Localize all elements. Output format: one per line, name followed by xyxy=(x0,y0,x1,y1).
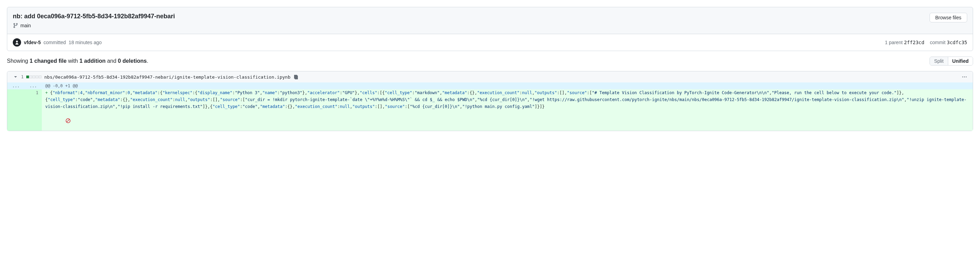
commit-box: nb: add 0eca096a-9712-5fb5-8d34-192b82af… xyxy=(7,7,973,51)
hunk-header-row: ... ... @@ -0,0 +1 @@ xyxy=(7,82,973,89)
stats-deletions: 0 deletions xyxy=(118,58,147,64)
unified-button[interactable]: Unified xyxy=(948,57,973,65)
file-change-count: 1 xyxy=(21,74,24,79)
diffstat-neutral-square xyxy=(32,76,35,78)
no-newline-icon xyxy=(42,110,973,131)
diffstat-neutral-square xyxy=(29,76,32,78)
copy-path-icon[interactable] xyxy=(293,74,299,80)
old-line-num[interactable] xyxy=(7,89,24,110)
file-box: 1 nbs/0eca096a-9712-5fb5-8d34-192b82af99… xyxy=(7,71,973,131)
stats-additions: 1 addition xyxy=(80,58,106,64)
commit-header-left: nb: add 0eca096a-9712-5fb5-8d34-192b82af… xyxy=(13,13,175,28)
diffstat-add-square xyxy=(26,76,29,78)
svg-point-1 xyxy=(964,77,965,77)
browse-files-button[interactable]: Browse files xyxy=(929,13,967,22)
hunk-header-text: @@ -0,0 +1 @@ xyxy=(42,82,973,89)
parent-label: 1 parent xyxy=(885,39,903,45)
code-cell: +{"nbformat":4,"nbformat_minor":0,"metad… xyxy=(42,89,973,110)
stats-and: and xyxy=(107,58,116,64)
stats-showing: Showing xyxy=(7,58,28,64)
add-marker: + xyxy=(45,89,50,96)
commit-sha: 3cdfc35 xyxy=(947,39,967,45)
committed-label: committed xyxy=(43,39,66,45)
branch-link[interactable]: main xyxy=(21,23,31,28)
diff-view-toggle: Split Unified xyxy=(929,57,973,66)
hunk-expand-new[interactable]: ... xyxy=(24,82,42,89)
author-row: vfdev-5 committed 18 minutes ago xyxy=(13,38,102,47)
commit-meta: vfdev-5 committed 18 minutes ago 1 paren… xyxy=(7,34,973,51)
hunk-expand-old[interactable]: ... xyxy=(7,82,24,89)
diff-line-added: 1 +{"nbformat":4,"nbformat_minor":0,"met… xyxy=(7,89,973,110)
author-link[interactable]: vfdev-5 xyxy=(24,39,41,45)
branch-icon xyxy=(13,23,18,28)
diff-stats: Showing 1 changed file with 1 addition a… xyxy=(7,58,148,64)
file-header-left: 1 nbs/0eca096a-9712-5fb5-8d34-192b82af99… xyxy=(13,74,299,80)
time-ago: 18 minutes ago xyxy=(69,39,102,45)
commit-info: commit 3cdfc35 xyxy=(930,39,967,45)
old-line-num xyxy=(7,110,24,131)
diffstat-neutral-square xyxy=(36,76,38,78)
svg-point-0 xyxy=(963,77,963,77)
stats-files: 1 changed file xyxy=(30,58,67,64)
avatar[interactable] xyxy=(13,38,21,47)
diff-table: ... ... @@ -0,0 +1 @@ 1 +{"nbformat":4,"… xyxy=(7,82,973,131)
file-header: 1 nbs/0eca096a-9712-5fb5-8d34-192b82af99… xyxy=(7,71,973,82)
file-menu-icon[interactable] xyxy=(962,74,967,80)
commit-label: commit xyxy=(930,39,945,45)
split-button[interactable]: Split xyxy=(930,57,948,65)
diffstat-neutral-square xyxy=(39,76,41,78)
new-line-num[interactable]: 1 xyxy=(24,89,42,110)
commit-header: nb: add 0eca096a-9712-5fb5-8d34-192b82af… xyxy=(7,7,973,34)
commit-meta-right: 1 parent 2ff23cd commit 3cdfc35 xyxy=(885,39,967,45)
commit-title: nb: add 0eca096a-9712-5fb5-8d34-192b82af… xyxy=(13,13,175,20)
parent-sha-link[interactable]: 2ff23cd xyxy=(904,39,924,45)
svg-point-2 xyxy=(966,77,967,77)
diff-stats-row: Showing 1 changed file with 1 addition a… xyxy=(7,57,973,66)
file-path-link[interactable]: nbs/0eca096a-9712-5fb5-8d34-192b82af9947… xyxy=(44,74,290,80)
stats-with: with xyxy=(68,58,78,64)
stats-period: . xyxy=(147,58,148,64)
no-newline-row xyxy=(7,110,973,131)
parent-info: 1 parent 2ff23cd xyxy=(885,39,924,45)
diffstat-squares xyxy=(26,76,41,78)
svg-line-4 xyxy=(67,119,70,122)
code-content: {"nbformat":4,"nbformat_minor":0,"metada… xyxy=(45,90,967,109)
new-line-num xyxy=(24,110,42,131)
branch-row: main xyxy=(13,23,175,28)
chevron-down-icon[interactable] xyxy=(13,74,18,80)
